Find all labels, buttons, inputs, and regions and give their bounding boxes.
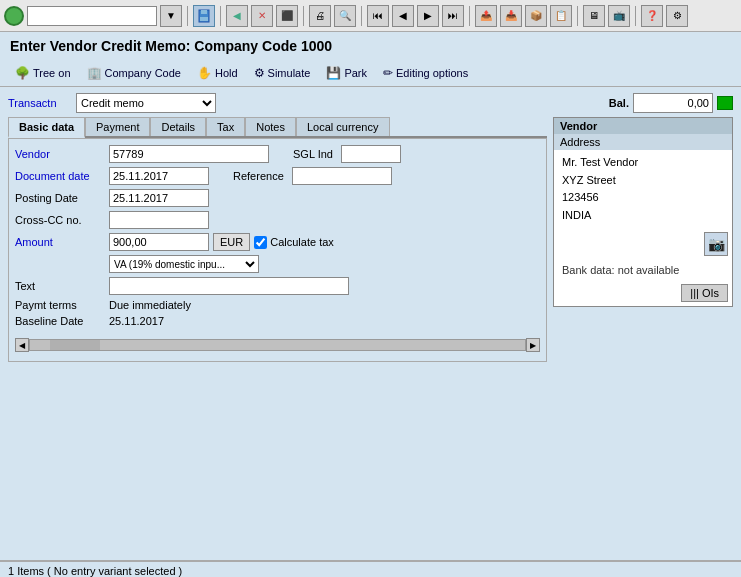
paymt-terms-row: Paymt terms Due immediately [15,299,540,311]
bank-data: Bank data: not available [554,260,732,280]
command-input[interactable] [27,6,157,26]
menu-tree-on-label: Tree on [33,67,71,79]
upload4-btn[interactable]: 📋 [550,5,572,27]
help-btn[interactable]: ❓ [641,5,663,27]
back-btn[interactable]: ◀ [226,5,248,27]
reference-input[interactable] [292,167,392,185]
scroll-track[interactable] [29,339,526,351]
separator-7 [635,6,636,26]
calculate-tax-label: Calculate tax [254,236,334,249]
menu-hold-label: Hold [215,67,238,79]
vendor-input[interactable] [109,145,269,163]
bal-section: Bal. [609,93,733,113]
amount-input[interactable] [109,233,209,251]
calculate-tax-checkbox[interactable] [254,236,267,249]
tab-bar: Basic data Payment Details Tax Notes Loc… [8,117,547,138]
menu-park[interactable]: 💾 Park [319,63,374,83]
menu-company-code[interactable]: 🏢 Company Code [80,63,188,83]
currency-btn[interactable]: EUR [213,233,250,251]
tab-details[interactable]: Details [150,117,206,136]
first-btn[interactable]: ⏮ [367,5,389,27]
vendor-address-title: Address [554,134,732,150]
vendor-panel-title: Vendor [554,118,732,134]
page-title: Enter Vendor Credit Memo: Company Code 1… [0,32,741,60]
separator-2 [220,6,221,26]
posting-date-input[interactable] [109,189,209,207]
two-col-layout: Basic data Payment Details Tax Notes Loc… [8,117,733,362]
baseline-date-row: Baseline Date 25.11.2017 [15,315,540,327]
menu-hold[interactable]: ✋ Hold [190,63,245,83]
vendor-name: Mr. Test Vendor [562,154,724,172]
fwd-btn[interactable]: ✕ [251,5,273,27]
upload2-btn[interactable]: 📥 [500,5,522,27]
print-btn[interactable]: 🖨 [309,5,331,27]
tax-code-select[interactable]: VA (19% domestic inpu... [109,255,259,273]
separator-5 [469,6,470,26]
document-date-input[interactable] [109,167,209,185]
text-label: Text [15,280,105,292]
top-row: Transactn Credit memo Bal. [8,93,733,113]
document-date-row: Document date Reference [15,167,540,185]
editing-icon: ✏ [383,66,393,80]
settings-btn[interactable]: ⚙ [666,5,688,27]
scroll-left-btn[interactable]: ◀ [15,338,29,352]
tab-basic-data[interactable]: Basic data [8,117,85,138]
ois-area: ||| OIs [554,280,732,306]
screen2-btn[interactable]: 📺 [608,5,630,27]
tax-row: VA (19% domestic inpu... [109,255,540,273]
scroll-right-btn[interactable]: ▶ [526,338,540,352]
ois-icon: ||| [690,287,699,299]
bal-indicator [717,96,733,110]
menu-simulate[interactable]: ⚙ Simulate [247,63,318,83]
tree-icon: 🌳 [15,66,30,80]
tab-local-currency[interactable]: Local currency [296,117,390,136]
tab-tax[interactable]: Tax [206,117,245,136]
hold-icon: ✋ [197,66,212,80]
menu-tree-on[interactable]: 🌳 Tree on [8,63,78,83]
cancel-btn[interactable]: ⬛ [276,5,298,27]
svg-rect-1 [201,10,207,14]
tab-payment[interactable]: Payment [85,117,150,136]
ois-btn[interactable]: ||| OIs [681,284,728,302]
vendor-street: XYZ Street [562,172,724,190]
next-btn[interactable]: ▶ [417,5,439,27]
sgl-ind-input[interactable] [341,145,401,163]
prev-btn[interactable]: ◀ [392,5,414,27]
upload-btn[interactable]: 📤 [475,5,497,27]
simulate-icon: ⚙ [254,66,265,80]
paymt-terms-label: Paymt terms [15,299,105,311]
vendor-panel: Vendor Address Mr. Test Vendor XYZ Stree… [553,117,733,307]
bal-label: Bal. [609,97,629,109]
vendor-country: INDIA [562,207,724,225]
separator-4 [361,6,362,26]
document-date-label: Document date [15,170,105,182]
separator-1 [187,6,188,26]
vendor-photo-btn[interactable]: 📷 [704,232,728,256]
transactn-select[interactable]: Credit memo [76,93,216,113]
menu-park-label: Park [344,67,367,79]
company-icon: 🏢 [87,66,102,80]
find-btn[interactable]: 🔍 [334,5,356,27]
svg-rect-2 [200,17,208,21]
vendor-postal: 123456 [562,189,724,207]
bal-input[interactable] [633,93,713,113]
last-btn[interactable]: ⏭ [442,5,464,27]
form-area: Vendor SGL Ind Document date Reference P… [8,138,547,362]
reference-label: Reference [233,170,284,182]
transactn-label: Transactn [8,97,68,109]
items-section: 1 Items ( No entry variant selected ) ⚙ … [0,560,741,577]
screen-btn[interactable]: 🖥 [583,5,605,27]
text-input[interactable] [109,277,349,295]
tab-notes[interactable]: Notes [245,117,296,136]
status-indicator [4,6,24,26]
save-btn[interactable] [193,5,215,27]
ois-label: OIs [702,287,719,299]
dropdown-btn[interactable]: ▼ [160,5,182,27]
text-row: Text [15,277,540,295]
menu-editing-options[interactable]: ✏ Editing options [376,63,475,83]
cross-cc-input[interactable] [109,211,209,229]
left-panel: Basic data Payment Details Tax Notes Loc… [8,117,547,362]
upload3-btn[interactable]: 📦 [525,5,547,27]
menu-company-code-label: Company Code [105,67,181,79]
vendor-photo-area: 📷 [554,228,732,260]
